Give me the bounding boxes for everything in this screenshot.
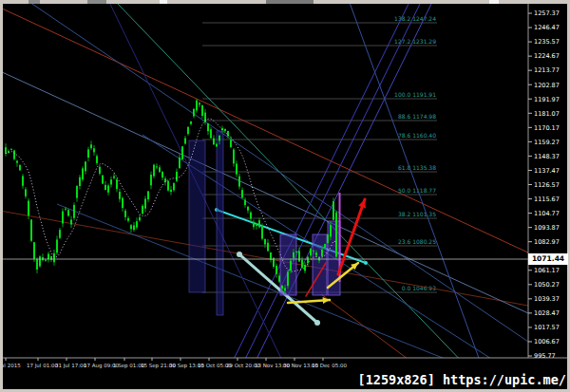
price-axis[interactable]: 1257.371246.471235.571224.671213.771202.… bbox=[528, 9, 560, 360]
candle-body bbox=[28, 201, 29, 216]
chart-area[interactable]: 138.2 1247.24127.2 1231.29100.0 1191.918… bbox=[0, 0, 532, 392]
upic-watermark: [1259x826] https://upic.me/ bbox=[358, 372, 566, 387]
candle-body bbox=[87, 149, 89, 158]
candle-body bbox=[85, 161, 86, 171]
candle-body bbox=[59, 230, 61, 237]
candle-body bbox=[99, 167, 101, 174]
candle-body bbox=[45, 260, 47, 261]
candle-body bbox=[104, 185, 106, 190]
candle-body bbox=[147, 191, 149, 199]
candle-body bbox=[264, 239, 266, 244]
price-label: 1159.27 bbox=[534, 139, 560, 146]
time-label: 3 Jul 2015 bbox=[0, 363, 21, 369]
candle-body bbox=[315, 252, 317, 255]
price-label: 1093.87 bbox=[534, 224, 560, 232]
candle-body bbox=[119, 192, 121, 199]
time-axis[interactable]: 3 Jul 201517 Jul 01:0031 Jul 17:0017 Aug… bbox=[0, 358, 347, 369]
red-channel-lower[interactable] bbox=[0, 211, 528, 306]
price-label: 1257.37 bbox=[534, 9, 560, 17]
candle-body bbox=[330, 225, 332, 237]
price-label: 1213.77 bbox=[534, 66, 560, 74]
candle-body bbox=[196, 101, 198, 111]
candle-body bbox=[93, 148, 95, 152]
candle-body bbox=[304, 265, 306, 271]
fib-level-label: 61.8 1135.38 bbox=[398, 164, 436, 171]
candle-body bbox=[164, 178, 166, 182]
pale-cyan-support[interactable] bbox=[239, 254, 317, 323]
candle-body bbox=[258, 220, 260, 227]
candle-body bbox=[278, 275, 280, 281]
pale-cyan-support-anchor[interactable] bbox=[237, 252, 242, 257]
candle-body bbox=[298, 251, 300, 261]
red-arrow-up-head bbox=[358, 199, 366, 209]
candle-body bbox=[30, 219, 32, 240]
trendlines[interactable] bbox=[0, 0, 532, 392]
candle-body bbox=[241, 190, 243, 197]
candle-body bbox=[290, 261, 292, 271]
candle-body bbox=[238, 177, 240, 187]
price-label: 1224.67 bbox=[534, 52, 560, 60]
candle-body bbox=[42, 257, 44, 260]
price-label: 1191.97 bbox=[534, 96, 560, 103]
fib-level-label: 88.6 1174.98 bbox=[398, 113, 436, 120]
candle-body bbox=[207, 123, 209, 131]
candle-body bbox=[244, 200, 246, 205]
candle-body bbox=[19, 165, 21, 170]
window-chrome-artifact bbox=[87, 0, 106, 4]
candle-body bbox=[96, 156, 98, 162]
red-channel-upper[interactable] bbox=[0, 8, 532, 254]
current-price-badge: 1071.44 bbox=[528, 253, 568, 265]
candle-body bbox=[65, 209, 66, 210]
candle-body bbox=[230, 140, 232, 147]
candle-body bbox=[22, 176, 24, 185]
price-label: 1202.87 bbox=[534, 82, 560, 89]
highlight-rectangles[interactable] bbox=[189, 131, 340, 315]
chart-canvas[interactable]: 138.2 1247.24127.2 1231.29100.0 1191.918… bbox=[0, 0, 570, 392]
window-chrome-artifact bbox=[28, 0, 40, 4]
candle-body bbox=[73, 205, 75, 218]
candle-body bbox=[224, 129, 226, 131]
candle-body bbox=[287, 271, 289, 286]
candle-body bbox=[204, 113, 206, 122]
candle-body bbox=[127, 218, 129, 221]
time-label: 31 Jul 17:00 bbox=[55, 363, 86, 369]
candle-body bbox=[139, 217, 141, 220]
candle-body bbox=[110, 179, 112, 184]
candle-body bbox=[76, 186, 78, 198]
candle-body bbox=[184, 138, 186, 143]
candle-body bbox=[133, 225, 135, 230]
candle-body bbox=[162, 172, 163, 177]
highlight-rect[interactable] bbox=[189, 140, 205, 292]
candle-body bbox=[82, 168, 84, 179]
candle-body bbox=[90, 144, 92, 148]
navy-steep-descending[interactable] bbox=[349, 0, 491, 392]
highlight-rect[interactable] bbox=[217, 131, 223, 315]
candle-body bbox=[199, 103, 200, 104]
window-frame-left bbox=[0, 0, 3, 392]
candle-body bbox=[102, 176, 104, 184]
candle-body bbox=[247, 207, 249, 211]
navy-ascending-2[interactable] bbox=[229, 0, 422, 392]
time-label: 15 Dec 05:00 bbox=[312, 363, 347, 368]
price-label: 1148.37 bbox=[534, 153, 560, 160]
steel-blue-descending-2[interactable] bbox=[27, 0, 528, 342]
candle-body bbox=[210, 129, 212, 138]
candle-body bbox=[67, 210, 69, 215]
price-label: 1115.67 bbox=[534, 196, 560, 203]
candle-body bbox=[281, 286, 283, 289]
candle-body bbox=[213, 139, 215, 145]
candle-body bbox=[36, 259, 38, 270]
fib-level-label: 100.0 1191.91 bbox=[394, 91, 436, 98]
window-chrome-artifact bbox=[160, 0, 167, 4]
pale-cyan-support-anchor[interactable] bbox=[314, 320, 320, 326]
candle-body bbox=[173, 183, 175, 190]
candle-body bbox=[142, 206, 143, 214]
candle-body bbox=[159, 167, 161, 172]
candle-body bbox=[122, 198, 124, 209]
teal-descending[interactable] bbox=[117, 3, 491, 392]
fib-level-label: 78.6 1160.40 bbox=[398, 132, 436, 139]
fib-level-label: 38.2 1101.35 bbox=[398, 211, 436, 217]
cyan-resistance-anchor[interactable] bbox=[364, 261, 368, 265]
price-label: 1061.17 bbox=[534, 267, 560, 274]
candle-body bbox=[25, 189, 27, 196]
